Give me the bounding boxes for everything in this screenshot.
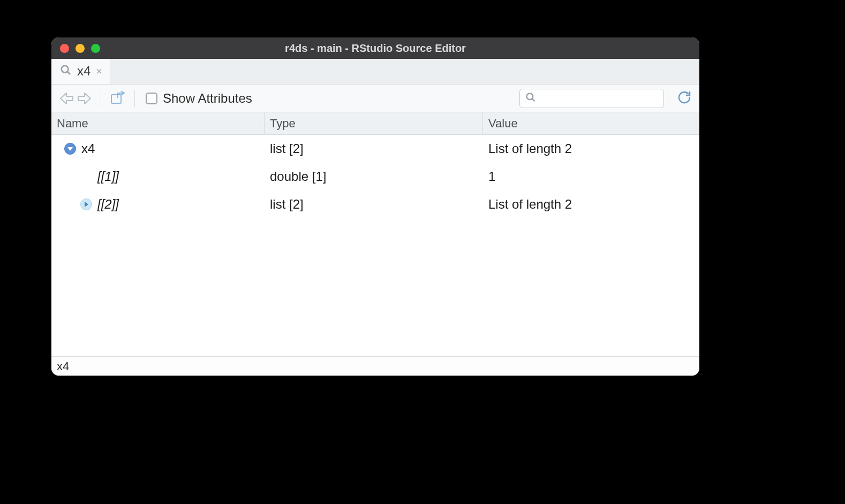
search-icon: [525, 92, 536, 105]
indent: [51, 177, 97, 177]
search-icon: [60, 64, 72, 78]
column-header-name[interactable]: Name: [51, 112, 265, 134]
row-name: [[2]]: [97, 197, 119, 212]
traffic-lights: [60, 44, 100, 53]
close-icon[interactable]: ×: [96, 66, 102, 77]
show-attributes-checkbox[interactable]: Show Attributes: [146, 91, 252, 106]
window-minimize-button[interactable]: [76, 44, 85, 53]
column-header-value[interactable]: Value: [483, 112, 699, 134]
tree-row[interactable]: x4 list [2] List of length 2: [51, 135, 699, 163]
row-type: list [2]: [265, 141, 483, 156]
search-input[interactable]: [519, 89, 664, 108]
separator: [134, 90, 135, 107]
column-header-type[interactable]: Type: [265, 112, 483, 134]
tab-x4[interactable]: x4 ×: [51, 58, 110, 84]
svg-rect-2: [111, 95, 121, 103]
refresh-icon[interactable]: [677, 90, 692, 107]
back-icon[interactable]: [59, 91, 75, 105]
row-type: double [1]: [265, 169, 483, 184]
tree-row[interactable]: [[1]] double [1] 1: [51, 163, 699, 190]
tab-label: x4: [77, 64, 90, 79]
row-value: List of length 2: [483, 141, 699, 156]
status-path: x4: [57, 360, 69, 373]
expand-icon[interactable]: [80, 198, 92, 210]
separator: [101, 90, 101, 107]
titlebar[interactable]: r4ds - main - RStudio Source Editor: [51, 37, 699, 59]
app-window: r4ds - main - RStudio Source Editor x4 ×: [51, 37, 699, 376]
window-close-button[interactable]: [60, 44, 69, 53]
window-title: r4ds - main - RStudio Source Editor: [51, 42, 699, 55]
checkbox-box[interactable]: [146, 93, 157, 104]
forward-icon[interactable]: [76, 91, 92, 105]
indent: [51, 204, 80, 205]
row-type: list [2]: [265, 197, 483, 212]
nav-arrows: [59, 91, 92, 105]
popout-icon[interactable]: [110, 91, 126, 106]
indent: [51, 149, 64, 149]
svg-line-1: [67, 72, 70, 74]
row-value: 1: [483, 169, 699, 184]
collapse-icon[interactable]: [64, 143, 76, 155]
row-name: x4: [81, 141, 95, 156]
row-name: [[1]]: [97, 169, 119, 184]
toolbar: Show Attributes: [51, 85, 699, 112]
svg-line-4: [532, 98, 534, 101]
row-value: List of length 2: [483, 197, 699, 212]
window-zoom-button[interactable]: [91, 44, 100, 53]
column-header-row: Name Type Value: [51, 112, 699, 135]
tree-area[interactable]: x4 list [2] List of length 2 [[1]] doubl…: [51, 135, 699, 356]
tree-row[interactable]: [[2]] list [2] List of length 2: [51, 190, 699, 218]
status-bar: x4: [51, 356, 699, 376]
tab-strip: x4 ×: [51, 59, 699, 85]
checkbox-label: Show Attributes: [163, 91, 252, 106]
